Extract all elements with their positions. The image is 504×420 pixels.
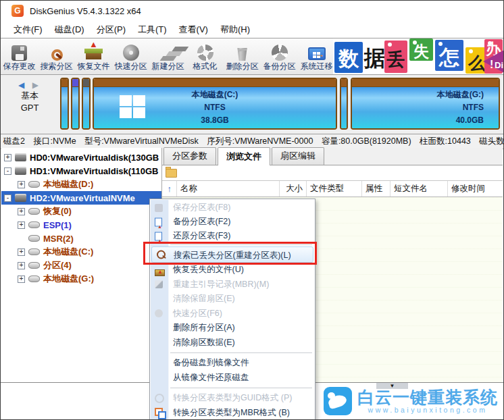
partition-icon (28, 235, 40, 242)
tree-item-hd1[interactable]: - HD1:VMwareVirtualdisk(110GB (1, 164, 161, 178)
tree-item-msr[interactable]: MSR(2) (1, 232, 161, 245)
tab-sector-edit[interactable]: 扇区编辑 (272, 147, 324, 165)
tree-item-hd0[interactable]: + HD0:VMwareVirtualdisk(130GB (1, 151, 161, 164)
banner-char: 怎 (435, 40, 463, 71)
next-disk-arrow-icon[interactable]: ▶ (32, 80, 41, 90)
menu-item-label: 保存分区表(F8) (173, 203, 230, 212)
disk-table-type-label: GPT (1, 102, 59, 114)
convert-mbr-icon (155, 408, 164, 417)
expand-toggle-icon[interactable]: + (4, 154, 11, 161)
context-menu-item-restore-disk-from-image[interactable]: 从镜像文件还原磁盘 (150, 371, 315, 386)
tree-item-local-disk-g[interactable]: + 本地磁盘(G:) (1, 272, 161, 286)
toolbar-button-label: 删除分区 (226, 61, 259, 72)
disk-nav: ◀ ▶ 基本 GPT (1, 75, 59, 134)
banner-char: 丢 (384, 41, 407, 73)
menu-view[interactable]: 查看(V) (173, 22, 214, 37)
tab-browse-files[interactable]: 浏览文件 (218, 147, 270, 165)
banner-arrow-label: Di (495, 60, 503, 70)
menu-disk[interactable]: 磁盘(D) (49, 22, 91, 37)
tree-item-local-disk-c[interactable]: + 本地磁盘(C:) (1, 245, 161, 259)
partition-bar-c[interactable]: 本地磁盘(C:) NTFS 38.8GB (93, 78, 337, 130)
menu-help[interactable]: 帮助(H) (214, 22, 256, 37)
partition-bar-msr[interactable] (82, 78, 91, 130)
partition-fs: NTFS (352, 101, 484, 114)
banner-exclamation: ! (490, 59, 493, 71)
column-header-shortname[interactable]: 短文件名 (390, 181, 448, 196)
context-menu-item-delete-all-partitions[interactable]: 删除所有分区(A) (150, 321, 315, 336)
toolbar-button-label: 恢复文件 (78, 61, 110, 72)
column-header-name[interactable]: 名称 (177, 181, 280, 196)
toolbar-search-partition-button[interactable]: 搜索分区 (38, 38, 75, 74)
toolbar-recover-files-button[interactable]: 恢复文件 (75, 38, 112, 74)
context-menu-item-backup-partition-table[interactable]: 备份分区表(F2) (150, 215, 315, 229)
tree-item-label: 本地磁盘(D:) (43, 178, 93, 190)
disk-cylinders: 柱面数:10443 (420, 136, 471, 146)
toolbar-backup-partition-button[interactable]: 备份分区 (261, 38, 298, 74)
tree-item-label: 本地磁盘(C:) (43, 246, 93, 258)
toolbar-save-changes-button[interactable]: 保存更改 (1, 38, 38, 74)
menu-item-label: 备份磁盘到镜像文件 (173, 358, 249, 367)
save-icon (155, 204, 163, 212)
partition-bar-g[interactable]: 本地磁盘(G:) NTFS 40.0GB (351, 78, 500, 130)
expand-toggle-icon[interactable]: + (18, 221, 25, 229)
path-bar[interactable] (162, 165, 503, 181)
tree-item-esp[interactable]: + ESP(1) (1, 218, 161, 232)
context-menu-item-backup-disk-to-image[interactable]: 备份磁盘到镜像文件 (150, 356, 315, 371)
partition-bar-recovery[interactable] (60, 78, 69, 130)
disk-number: 磁盘2 (3, 136, 25, 146)
toolbar-new-partition-button[interactable]: 新建分区 (149, 38, 186, 74)
toolbar-format-button[interactable]: 格式化 (186, 38, 224, 74)
column-header-modified[interactable]: 修改时间 (448, 181, 503, 196)
toolbar-button-label: 搜索分区 (41, 61, 73, 72)
tree-item-hd2[interactable]: - HD2:VMwareVirtualNVMe (1, 191, 161, 205)
context-menu-item-clear-sector-data[interactable]: 清除扇区数据(E) (150, 336, 315, 350)
tab-partition-params[interactable]: 分区参数 (163, 147, 216, 165)
expand-toggle-icon[interactable]: - (4, 167, 11, 175)
expand-toggle-icon[interactable]: + (18, 248, 25, 256)
toolbar-quick-partition-button[interactable]: 快速分区 (112, 38, 149, 74)
disk-serial: 序列号:VMWareNVME-0000 (207, 136, 313, 146)
menu-item-label: 搜索已丢失分区(重建分区表)(L) (174, 251, 291, 260)
context-menu-item-convert-to-guid: 转换分区表类型为GUID格式 (P) (150, 391, 315, 406)
context-menu-item-recover-lost-files[interactable]: 恢复丢失的文件(U) (150, 263, 315, 278)
context-menu: 保存分区表(F8) 备份分区表(F2) 还原分区表(F3) 搜索已丢失分区(重建… (149, 199, 316, 420)
toolbar-button-label: 备份分区 (263, 61, 296, 72)
menu-partition[interactable]: 分区(P) (91, 22, 132, 37)
banner-char: 失 (409, 38, 433, 61)
watermark-title: 白云一键重装系统 (357, 388, 498, 406)
context-menu-item-quick-partition: 快速分区(F6) (150, 307, 315, 321)
tree-item-recovery[interactable]: + 恢复(0) (1, 205, 161, 218)
toolbar-delete-partition-button[interactable]: 删除分区 (224, 38, 261, 74)
expand-toggle-icon[interactable]: + (18, 208, 25, 215)
expand-toggle-icon[interactable]: + (18, 181, 25, 188)
quick-partition-icon (123, 45, 139, 61)
column-header-filetype[interactable]: 文件类型 (307, 181, 362, 196)
partition-bar-4[interactable] (340, 78, 348, 130)
tree-item-partition-4[interactable]: + 分区(4) (1, 259, 161, 272)
menu-file[interactable]: 文件(F) (7, 22, 49, 37)
partition-size: 38.8GB (94, 114, 336, 127)
column-header-size[interactable]: 大小 (280, 181, 307, 196)
prev-disk-arrow-icon[interactable]: ◀ (18, 80, 27, 90)
tree-item-local-disk-d[interactable]: + 本地磁盘(D:) (1, 178, 161, 191)
context-menu-item-convert-to-mbr[interactable]: 转换分区表类型为MBR格式 (B) (150, 406, 315, 420)
menu-tools[interactable]: 工具(T) (132, 22, 173, 37)
partition-icon (28, 208, 40, 215)
expand-toggle-icon[interactable]: + (18, 275, 25, 283)
recover-files-icon (84, 42, 103, 60)
context-menu-item-search-lost-partitions[interactable]: 搜索已丢失分区(重建分区表)(L) (151, 246, 313, 263)
expand-toggle-icon[interactable]: + (18, 262, 25, 269)
sort-up-icon[interactable]: ↑ (162, 181, 177, 196)
expand-toggle-icon[interactable]: - (4, 194, 11, 202)
partition-bar-esp[interactable] (71, 78, 80, 130)
disk-model: 型号:VMwareVirtualNVMeDisk (84, 136, 199, 146)
banner-char: 据 (363, 44, 386, 74)
menu-item-label: 快速分区(F6) (173, 309, 222, 318)
context-menu-item-restore-partition-table[interactable]: 还原分区表(F3) (150, 229, 315, 243)
partition-icon (28, 221, 40, 228)
toolbar-system-migration-button[interactable]: 系统迁移 (298, 38, 335, 74)
backup-table-icon (155, 217, 162, 226)
backup-partition-icon (269, 43, 289, 63)
column-header-attr[interactable]: 属性 (362, 181, 390, 196)
ad-banner[interactable]: 数 据 丢 失 怎 么 办 ! Di (333, 38, 503, 74)
